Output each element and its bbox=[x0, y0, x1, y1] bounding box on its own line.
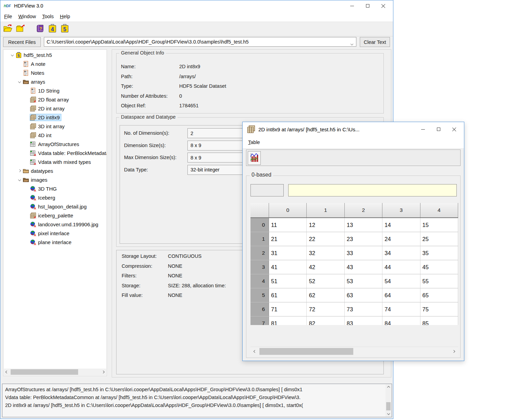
table-cell[interactable]: 25 bbox=[420, 232, 458, 246]
tree-item-2d-int8x9[interactable]: 2D int8x9 bbox=[3, 113, 107, 122]
table-corner-cell[interactable] bbox=[250, 203, 269, 218]
tree-item-a-note[interactable]: A note bbox=[3, 59, 107, 68]
column-header-0[interactable]: 0 bbox=[269, 203, 307, 218]
table-cell[interactable]: 62 bbox=[307, 288, 344, 302]
main-close-button[interactable] bbox=[376, 0, 391, 11]
tree-item-vdata-table-perblockmetadatacommon[interactable]: AVdata table: PerBlockMetadataCommon bbox=[3, 148, 107, 157]
tree-item-body[interactable]: Notes bbox=[23, 70, 46, 76]
table-cell[interactable]: 54 bbox=[382, 274, 420, 288]
table-cell[interactable]: 32 bbox=[307, 246, 344, 260]
tree-item-4d-int[interactable]: 4D int bbox=[3, 131, 107, 140]
table-cell[interactable]: 34 bbox=[382, 246, 420, 260]
table-cell[interactable]: 52 bbox=[307, 274, 344, 288]
menu-window[interactable]: Window bbox=[15, 14, 39, 19]
table-cell[interactable]: 64 bbox=[382, 288, 420, 302]
tree-item-3d-thg[interactable]: A3D THG bbox=[3, 184, 107, 193]
column-header-1[interactable]: 1 bbox=[307, 203, 344, 218]
tree-item-body[interactable]: AVdata table: PerBlockMetadataCommon bbox=[30, 150, 107, 156]
menu-file[interactable]: File bbox=[1, 14, 15, 19]
main-maximize-button[interactable] bbox=[360, 0, 376, 11]
table-window-maximize-button[interactable] bbox=[431, 122, 446, 136]
scroll-right-icon[interactable] bbox=[451, 347, 457, 356]
hdf4-button[interactable]: 4 bbox=[47, 24, 58, 35]
tree-item-2d-float-array[interactable]: A2D float array bbox=[3, 95, 107, 104]
row-header-3[interactable]: 3 bbox=[250, 260, 269, 274]
table-cell[interactable]: 51 bbox=[269, 274, 307, 288]
tree-item-body[interactable]: datatypes bbox=[23, 168, 54, 174]
table-cell[interactable]: 31 bbox=[269, 246, 307, 260]
expander-open-icon[interactable] bbox=[16, 81, 23, 83]
table-cell[interactable]: 82 bbox=[307, 316, 344, 325]
table-cell[interactable]: 45 bbox=[420, 260, 458, 274]
table-cell[interactable]: 73 bbox=[344, 302, 382, 316]
row-header-0[interactable]: 0 bbox=[250, 218, 269, 232]
table-cell[interactable]: 83 bbox=[344, 316, 382, 325]
tree-item-body[interactable]: 4D int bbox=[30, 132, 53, 139]
table-cell[interactable]: 81 bbox=[269, 316, 307, 325]
tree-item-body[interactable]: AVdata with mixed types bbox=[30, 159, 92, 165]
chevron-down-icon[interactable] bbox=[351, 40, 353, 46]
menu-tools[interactable]: Tools bbox=[39, 14, 57, 19]
tree-item-body[interactable]: 1D String bbox=[30, 87, 61, 94]
row-header-2[interactable]: 2 bbox=[250, 246, 269, 260]
tree-item-body[interactable]: images bbox=[23, 177, 49, 183]
table-cell[interactable]: 13 bbox=[344, 218, 382, 232]
tree-horizontal-scrollbar[interactable] bbox=[4, 369, 106, 375]
table-cell[interactable]: 33 bbox=[344, 246, 382, 260]
main-minimize-button[interactable] bbox=[344, 0, 360, 11]
tree-item-hst-lagoon-detail-jpg[interactable]: Ahst_lagoon_detail.jpg bbox=[3, 202, 107, 211]
tree-item-body[interactable]: ArrayOfStructures bbox=[30, 141, 81, 147]
data-table[interactable]: 0123401112131415121222324252313233343534… bbox=[250, 203, 458, 325]
tree-item-notes[interactable]: Notes bbox=[3, 68, 107, 77]
table-cell[interactable]: 23 bbox=[344, 232, 382, 246]
tree-item-datatypes[interactable]: datatypes bbox=[3, 166, 107, 175]
table-cell[interactable]: 72 bbox=[307, 302, 344, 316]
menu-help[interactable]: Help bbox=[57, 14, 73, 19]
menu-table[interactable]: Table bbox=[245, 140, 263, 145]
column-header-4[interactable]: 4 bbox=[420, 203, 458, 218]
tree-item-body[interactable]: Ahst_lagoon_detail.jpg bbox=[30, 203, 88, 210]
tree-item-body[interactable]: Aplane interlace bbox=[30, 239, 73, 245]
row-header-6[interactable]: 6 bbox=[250, 302, 269, 316]
hdf5-button[interactable]: 5 bbox=[59, 24, 70, 35]
tree-item-body[interactable]: Aiceberg_palette bbox=[30, 212, 75, 219]
tree-item-arrays[interactable]: arrays bbox=[3, 77, 107, 86]
table-cell[interactable]: 63 bbox=[344, 288, 382, 302]
open-file-button[interactable] bbox=[2, 24, 13, 35]
tree-item-pixel-interlace[interactable]: Apixel interlace bbox=[3, 229, 107, 238]
column-header-2[interactable]: 2 bbox=[344, 203, 382, 218]
table-cell[interactable]: 55 bbox=[420, 274, 458, 288]
table-window-minimize-button[interactable] bbox=[415, 122, 431, 136]
cell-value-field[interactable] bbox=[288, 184, 457, 196]
recent-files-button[interactable]: Recent Files bbox=[3, 37, 41, 47]
tree-item-landcover-umd-199906-jpg[interactable]: Alandcover.umd.199906.jpg bbox=[3, 220, 107, 229]
log-scrollbar-thumb[interactable] bbox=[386, 402, 391, 410]
scroll-up-icon[interactable] bbox=[386, 385, 391, 390]
tree-item-body[interactable]: Alandcover.umd.199906.jpg bbox=[30, 221, 100, 228]
column-header-3[interactable]: 3 bbox=[382, 203, 420, 218]
table-horizontal-scrollbar[interactable] bbox=[250, 347, 458, 356]
help-book-button[interactable]: ? bbox=[35, 24, 46, 35]
expander-open-icon[interactable] bbox=[16, 179, 23, 181]
clear-text-button[interactable]: Clear Text bbox=[360, 37, 390, 47]
scroll-left-icon[interactable] bbox=[4, 369, 10, 375]
table-cell[interactable]: 35 bbox=[420, 246, 458, 260]
scroll-down-icon[interactable] bbox=[386, 411, 391, 416]
tree-item-arrayofstructures[interactable]: ArrayOfStructures bbox=[3, 140, 107, 148]
table-cell[interactable]: 12 bbox=[307, 218, 344, 232]
tree-item-2d-int-array[interactable]: 2D int array bbox=[3, 104, 107, 113]
table-cell[interactable]: 84 bbox=[382, 316, 420, 325]
table-cell[interactable]: 43 bbox=[344, 260, 382, 274]
close-file-button[interactable] bbox=[15, 24, 26, 35]
table-cell[interactable]: 74 bbox=[382, 302, 420, 316]
tree-item-iceberg-palette[interactable]: Aiceberg_palette bbox=[3, 211, 107, 220]
table-cell[interactable]: 24 bbox=[382, 232, 420, 246]
tree-item-body[interactable]: A2D float array bbox=[30, 96, 70, 103]
scroll-left-icon[interactable] bbox=[252, 347, 258, 356]
log-vertical-scrollbar[interactable] bbox=[386, 384, 391, 417]
tree-item-body[interactable]: Apixel interlace bbox=[30, 230, 71, 237]
table-cell[interactable]: 53 bbox=[344, 274, 382, 288]
tree-item-body[interactable]: A3D THG bbox=[30, 185, 58, 192]
file-path-combobox[interactable]: C:\Users\lori.cooper\AppData\Local\Apps\… bbox=[44, 37, 356, 47]
tree-item-1d-string[interactable]: 1D String bbox=[3, 86, 107, 95]
